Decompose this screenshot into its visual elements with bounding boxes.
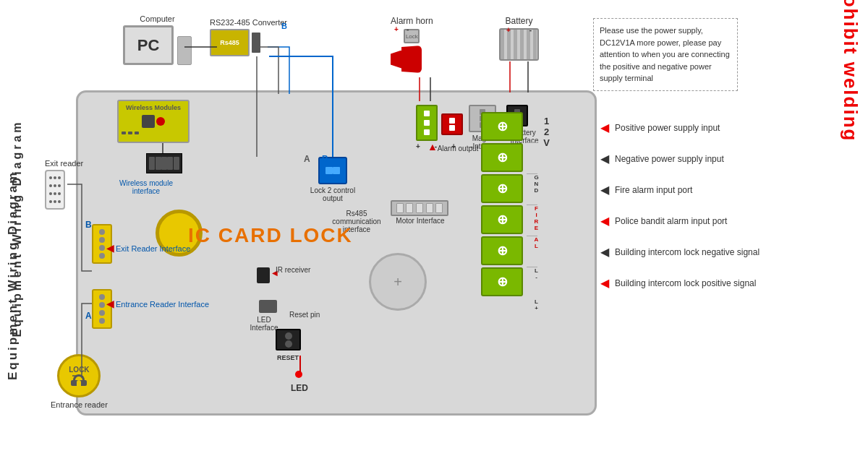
- alarm-horn: Alarm horn Lock + -: [391, 16, 433, 74]
- green-terminals: ⊕ ⊕ ⊕ ⊕ ⊕ ⊕: [481, 112, 524, 296]
- exit-reader-arrow: ◀: [106, 242, 114, 254]
- 12v-label: 12V: [541, 116, 552, 300]
- right-labels: ◀ Positive power supply input ◀ Negative…: [600, 112, 760, 298]
- alarm-output-arrow: ▲: [427, 141, 438, 152]
- led-indicator: [295, 371, 302, 378]
- entrance-reader-label: Entrance reader: [51, 400, 108, 409]
- reader-body: [45, 170, 65, 210]
- pc-monitor: PC: [123, 25, 174, 65]
- wireless-module-connector: [146, 153, 182, 173]
- exit-reader-label: Exit reader: [45, 159, 83, 168]
- label-intercom-neg: Building intercom lock negative signal: [615, 247, 760, 257]
- green-interface-block: +-+-: [416, 105, 472, 150]
- horn-shape: [391, 45, 430, 74]
- arrow-fire: ◀: [600, 183, 609, 197]
- computer-label: Computer: [123, 14, 192, 23]
- b-label-board: B: [322, 154, 328, 164]
- exit-reader-interface-label: Exit Reader Interface: [116, 244, 190, 253]
- lock-icon: LOCK: [70, 366, 88, 386]
- wireless-module: Wireless Modules: [117, 100, 190, 143]
- battery-label: Battery: [499, 16, 539, 26]
- motor-interface-label: Motor Interface: [388, 217, 453, 225]
- label-negative: Negative power supply input: [615, 154, 724, 164]
- label-fire: Fire alarm input port: [615, 185, 692, 195]
- note-box: Please use the power supply, DC12V1A mor…: [593, 18, 738, 91]
- converter-port: [252, 33, 260, 53]
- converter: RS232-485 Converter Rs485 B: [210, 18, 287, 56]
- board-circle: +: [369, 253, 427, 311]
- battery: Battery + -: [499, 16, 539, 61]
- entrance-reader-arrow: ◀: [106, 298, 114, 309]
- exit-reader: Exit reader: [45, 159, 83, 210]
- exit-reader-b-label: B: [85, 220, 92, 230]
- lock2-control-label: Lock 2 control output: [304, 186, 362, 202]
- led-label: LED: [291, 383, 308, 393]
- b-label: B: [281, 22, 287, 30]
- arrow-police: ◀: [600, 214, 609, 228]
- terminal-vert-labels: GND FIRE AL L- L+: [533, 112, 540, 330]
- label-police: Police bandit alarm input port: [615, 216, 727, 226]
- entrance-reader-a-label: A: [85, 311, 92, 321]
- ir-receiver-label: IR receiver: [276, 266, 310, 274]
- reset-label: RESET: [270, 354, 306, 361]
- diagram-container: Equipment Wiring Diagram The lock prohib…: [0, 0, 868, 456]
- entrance-reader: LOCK Entrance reader: [51, 354, 108, 409]
- a-label: A: [304, 154, 310, 164]
- equipment-wiring-diagram: Equipment Wiring Diagram: [11, 119, 24, 337]
- arrow-intercom-neg: ◀: [600, 245, 609, 259]
- entrance-reader-body: LOCK: [57, 354, 101, 397]
- wireless-module-interface-label: Wireless module interface: [110, 179, 182, 195]
- motor-interface: [391, 200, 448, 216]
- battery-shape: + -: [499, 28, 539, 61]
- converter-label: RS232-485 Converter: [210, 18, 287, 27]
- arrow-negative: ◀: [600, 152, 609, 165]
- computer: Computer PC: [123, 14, 192, 65]
- arrow-intercom-pos: ◀: [600, 276, 609, 290]
- pc-tower: [177, 36, 192, 65]
- alarm-horn-label: Alarm horn: [391, 16, 433, 26]
- right-title: The lock prohibit welding: [832, 0, 868, 228]
- entrance-reader-interface-label: Entrance Reader Interface: [116, 300, 209, 309]
- rs485-box: Rs485: [210, 29, 250, 56]
- ir-receiver: [257, 267, 270, 283]
- ic-card-lock-label: IC CARD LOCK: [188, 224, 353, 247]
- reset-pin-label: Reset pin: [289, 311, 320, 319]
- reset-button[interactable]: [276, 329, 301, 350]
- wireless-module-label: Wireless Modules: [122, 104, 185, 111]
- label-positive: Positive power supply input: [615, 123, 720, 133]
- led-interface: [259, 300, 277, 313]
- label-intercom-pos: Building intercom lock positive signal: [615, 278, 756, 288]
- arrow-positive: ◀: [600, 121, 609, 134]
